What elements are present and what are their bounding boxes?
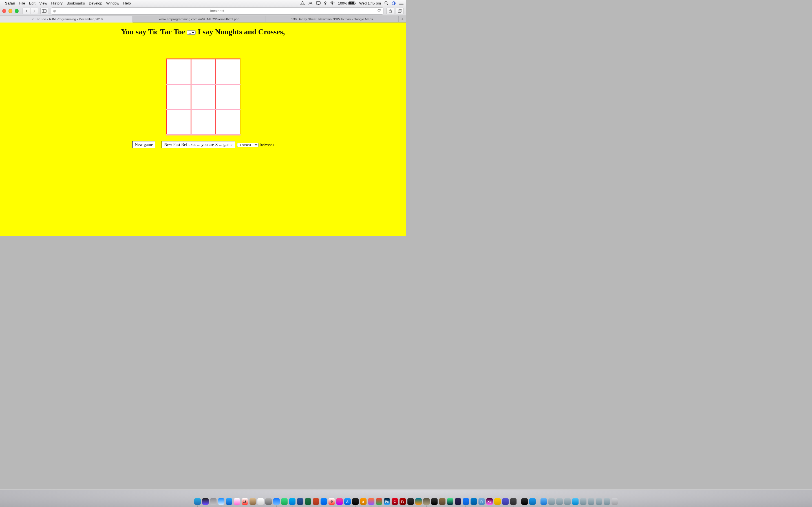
svg-point-12 <box>399 3 400 3</box>
forward-button[interactable] <box>31 8 38 14</box>
spotlight-icon[interactable] <box>384 1 388 5</box>
heading-select[interactable]: ... <box>187 31 196 35</box>
board-cell[interactable] <box>166 84 191 110</box>
address-bar[interactable]: ⊕ localhost <box>51 7 384 15</box>
game-controls: New game New Fast Reflexes ... you are X… <box>0 141 406 148</box>
board-cell[interactable] <box>216 110 240 135</box>
menu-develop[interactable]: Develop <box>89 1 102 5</box>
board-cell[interactable] <box>166 110 191 135</box>
menubar-app-name[interactable]: Safari <box>5 1 15 5</box>
menu-list-icon[interactable] <box>399 1 404 5</box>
svg-rect-3 <box>355 3 356 4</box>
menu-file[interactable]: File <box>19 1 25 5</box>
airplay-icon[interactable] <box>316 1 320 5</box>
bluetooth-icon[interactable] <box>324 1 326 5</box>
svg-rect-14 <box>42 10 47 13</box>
wifi-icon[interactable] <box>330 1 335 5</box>
show-tabs-button[interactable] <box>396 8 404 14</box>
menubar-clock[interactable]: Wed 1:45 pm <box>359 1 381 5</box>
fullscreen-window-button[interactable] <box>15 9 18 13</box>
tab-strip: Tic Tac Toe - RJM Programming - December… <box>0 16 406 22</box>
board-cell[interactable] <box>191 84 216 110</box>
svg-rect-0 <box>316 2 320 4</box>
menu-history[interactable]: History <box>51 1 62 5</box>
back-button[interactable] <box>22 8 31 14</box>
menu-edit[interactable]: Edit <box>29 1 35 5</box>
menu-window[interactable]: Window <box>106 1 119 5</box>
new-tab-button[interactable]: + <box>399 16 406 22</box>
share-button[interactable] <box>386 8 394 14</box>
browser-tab[interactable]: www.rjmprogramming.com.au/HTMLCSS/emailh… <box>133 16 266 22</box>
board-cell[interactable] <box>216 59 240 84</box>
new-fast-game-button[interactable]: New Fast Reflexes ... you are X ... game <box>161 141 235 148</box>
menu-view[interactable]: View <box>40 1 47 5</box>
tictactoe-board <box>166 58 241 135</box>
battery-status[interactable]: 100% <box>338 1 356 5</box>
menu-bookmarks[interactable]: Bookmarks <box>66 1 85 5</box>
svg-line-6 <box>387 4 388 5</box>
page-heading: You say Tic Tac Toe ... I say Noughts an… <box>0 22 406 36</box>
address-bar-text: localhost <box>51 9 383 13</box>
safari-toolbar: ⊕ localhost <box>0 6 406 16</box>
menu-help[interactable]: Help <box>123 1 131 5</box>
svg-point-1 <box>332 4 333 5</box>
page-content: You say Tic Tac Toe ... I say Noughts an… <box>0 22 406 236</box>
board-cell[interactable] <box>166 59 191 84</box>
control-icon[interactable] <box>392 1 396 5</box>
browser-tab[interactable]: 136 Darley Street, Newtown NSW to trias … <box>266 16 399 22</box>
sidebar-button[interactable] <box>40 8 48 14</box>
svg-point-13 <box>399 4 400 4</box>
svg-point-5 <box>385 2 388 4</box>
board-cell[interactable] <box>191 110 216 135</box>
new-game-button[interactable]: New game <box>132 141 156 148</box>
add-page-icon[interactable]: ⊕ <box>53 9 56 13</box>
browser-tab[interactable]: Tic Tac Toe - RJM Programming - December… <box>0 16 133 22</box>
board-cell[interactable] <box>216 84 240 110</box>
interval-select[interactable]: 1 second <box>237 143 259 147</box>
reload-icon[interactable] <box>377 9 381 13</box>
close-window-button[interactable] <box>2 9 6 13</box>
mac-menubar: Safari FileEditViewHistoryBookmarksDevel… <box>0 0 406 6</box>
heading-left: You say Tic Tac Toe <box>121 27 185 36</box>
status-icon[interactable] <box>308 1 313 5</box>
window-controls <box>2 9 18 13</box>
status-icon[interactable] <box>300 1 305 5</box>
svg-point-11 <box>399 2 400 2</box>
heading-right: I say Noughts and Crosses, <box>198 27 285 36</box>
interval-suffix: between <box>260 142 274 147</box>
minimize-window-button[interactable] <box>8 9 12 13</box>
nav-back-forward <box>22 8 38 14</box>
board-cell[interactable] <box>191 59 216 84</box>
svg-rect-18 <box>398 10 401 13</box>
